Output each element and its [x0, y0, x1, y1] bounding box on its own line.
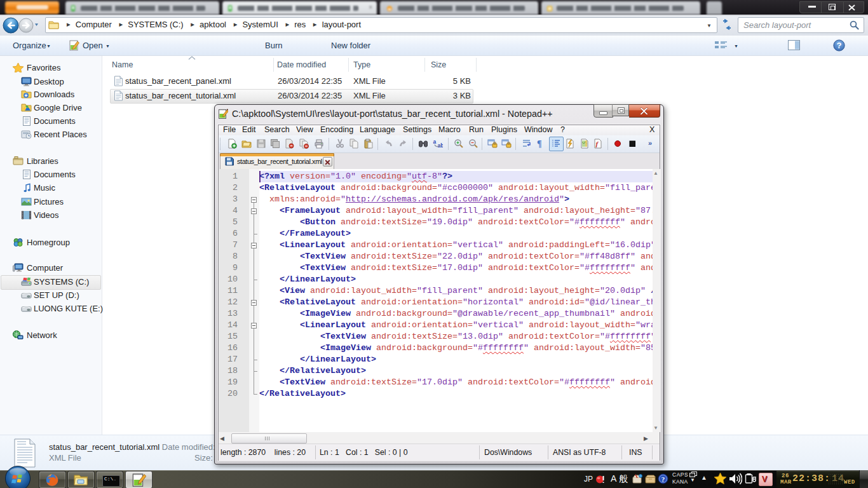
svg-text:?: ? [837, 41, 842, 50]
svg-text:?: ? [661, 475, 665, 483]
svg-text:a: a [433, 139, 437, 145]
svg-text:¶: ¶ [537, 139, 542, 149]
